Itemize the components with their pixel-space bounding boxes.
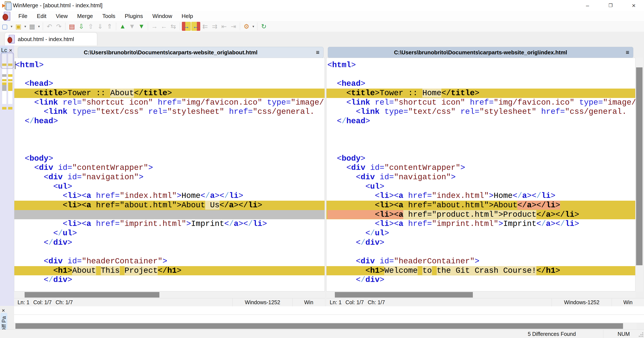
restore-button[interactable]: ❐ [600,0,621,11]
code-line[interactable]: <li><a href="index.html">Home</a></li> [326,191,635,201]
dropdown-caret-icon[interactable]: ▾ [37,22,41,31]
code-line[interactable] [326,135,635,144]
menu-merge[interactable]: Merge [72,11,98,21]
dropdown-caret-icon[interactable]: ▾ [251,22,256,31]
code-line[interactable]: <ul> [14,182,324,192]
code-line[interactable] [14,144,324,154]
code-line[interactable] [14,210,324,220]
left-horizontal-scrollbar[interactable] [14,291,325,298]
diff-pane-hscroll-thumb[interactable] [16,323,623,329]
copy-left-icon[interactable]: ← [191,22,200,31]
code-line[interactable] [14,135,324,144]
diff-pane-content[interactable] [14,306,644,322]
copy-right-and-advance-icon[interactable]: ⇥ [229,22,238,31]
first-difference-icon[interactable]: ▲ [118,22,127,31]
code-line[interactable]: <title>Tower :: Home</title> [326,88,635,98]
code-line[interactable] [14,126,324,136]
code-line[interactable]: <body> [326,154,635,164]
code-line[interactable]: </ul> [326,229,635,238]
code-line[interactable]: <title>Tower :: About</title> [14,88,324,98]
code-line[interactable]: <h1>Welcome to the Git Crash Course!</h1… [326,266,635,276]
code-line[interactable]: </div> [14,238,324,248]
code-line[interactable]: </div> [14,275,324,285]
menu-view[interactable]: View [51,11,72,21]
code-line[interactable] [326,126,635,136]
code-line[interactable]: <head> [14,79,324,88]
menu-window[interactable]: Window [148,11,177,21]
code-line[interactable]: <li><a href="about.html">About</a></li> [326,201,635,210]
vscroll-thumb[interactable] [636,68,642,265]
resize-grip[interactable] [638,332,643,337]
menu-file[interactable]: File [14,11,32,21]
current-difference-up-icon[interactable]: ⇑ [105,22,114,31]
last-difference-icon[interactable]: ▼ [137,22,146,31]
code-line[interactable]: <body> [14,154,324,164]
next-conflict-icon[interactable]: → [150,22,159,31]
right-code-content[interactable]: <html> <head> <title>Tower :: Home</titl… [326,60,635,285]
code-line[interactable]: <link rel="shortcut icon" href="img/favi… [14,98,324,108]
compare-options-icon[interactable]: ▤ [68,22,76,31]
redo-icon[interactable]: ↷ [54,22,63,31]
right-hscroll-thumb[interactable] [335,292,473,298]
dropdown-caret-icon[interactable]: ▾ [23,22,28,31]
minimize-button[interactable]: – [577,0,598,11]
code-line[interactable]: <li><a href="imprint.html">Imprint</a></… [14,219,324,229]
current-difference-down-icon[interactable]: ⇓ [96,22,104,31]
code-line[interactable] [326,144,635,154]
location-pane[interactable]: Lc × [0,45,14,306]
code-line[interactable]: <h1>About This Project</h1> [14,266,324,276]
dropdown-caret-icon[interactable]: ▾ [10,22,14,31]
code-line[interactable]: <div id="contentWrapper"> [326,163,635,173]
previous-conflict-icon[interactable]: ← [160,22,168,31]
left-file-header[interactable]: C:\Users\brunobrito\Documents\carparts-w… [18,47,324,58]
code-line[interactable]: <div id="navigation"> [326,173,635,182]
menu-help[interactable]: Help [177,11,198,21]
open-icon[interactable]: ▣ [14,22,23,31]
copy-left-and-advance-icon[interactable]: ⇤ [220,22,228,31]
code-line[interactable] [326,70,635,79]
swap-panes-icon[interactable]: ⇆ [169,22,178,31]
copy-right-icon[interactable]: → [182,22,191,31]
right-code-pane[interactable]: <html> <head> <title>Tower :: Home</titl… [326,58,636,291]
code-line[interactable]: <html> [14,60,324,70]
left-header-menu-icon[interactable]: ≡ [316,49,320,56]
right-horizontal-scrollbar[interactable] [326,291,636,298]
code-line[interactable]: <li><a href="product.html">Product</a></… [326,210,635,220]
code-line[interactable] [14,247,324,257]
code-line[interactable]: <div id="headerContainer"> [14,257,324,266]
code-line[interactable]: <link type="text/css" rel="stylesheet" h… [14,107,324,116]
code-line[interactable] [14,70,324,79]
left-code-content[interactable]: <html> <head> <title>Tower :: About</tit… [14,60,324,285]
close-button[interactable]: × [624,0,644,11]
all-right-icon[interactable]: ⇉ [210,22,219,31]
code-line[interactable]: <div id="headerContainer"> [326,257,635,266]
code-line[interactable]: <li><a href="about.html">About Us</a></l… [14,201,324,210]
code-line[interactable]: </ul> [14,229,324,238]
document-tab[interactable]: about.html - index.html [5,32,97,46]
menu-edit[interactable]: Edit [32,11,51,21]
code-line[interactable]: <div id="navigation"> [14,173,324,182]
code-line[interactable]: <li><a href="imprint.html">Imprint</a></… [326,219,635,229]
code-line[interactable]: <div id="contentWrapper"> [14,163,324,173]
code-line[interactable]: <head> [326,79,635,88]
left-hscroll-thumb[interactable] [24,292,160,298]
code-line[interactable] [326,247,635,257]
code-line[interactable]: <li><a href="index.html">Home</a></li> [14,191,324,201]
previous-difference-icon[interactable]: ⇧ [86,22,95,31]
undo-icon[interactable]: ↶ [45,22,54,31]
plugin-settings-icon[interactable]: ⚙ [242,22,251,31]
select-difference-icon[interactable]: ▼ [128,22,136,31]
code-line[interactable]: </div> [326,275,635,285]
code-line[interactable]: <html> [326,60,635,70]
code-line[interactable]: <link type="text/css" rel="stylesheet" h… [326,107,635,116]
code-line[interactable]: </head> [326,116,635,126]
menu-tools[interactable]: Tools [98,11,120,21]
diff-pane-horizontal-scrollbar[interactable] [14,322,636,330]
right-file-header[interactable]: C:\Users\brunobrito\Documents\carparts-w… [328,47,633,58]
right-header-menu-icon[interactable]: ≡ [626,49,629,56]
all-left-icon[interactable]: ⇇ [201,22,210,31]
save-icon[interactable]: ▦ [28,22,36,31]
next-difference-icon[interactable]: ⇩ [77,22,86,31]
code-line[interactable]: </head> [14,116,324,126]
menu-plugins[interactable]: Plugins [120,11,148,21]
